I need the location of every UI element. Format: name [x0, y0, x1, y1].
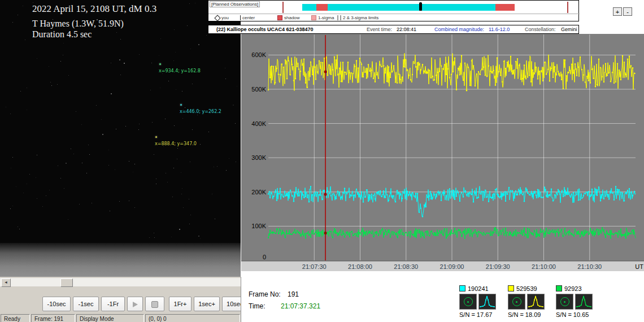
background-star: [134, 164, 135, 164]
transport-play-button[interactable]: [127, 297, 143, 311]
background-star: [185, 107, 185, 108]
background-star: [60, 61, 61, 62]
background-star: [151, 63, 152, 63]
transport-fwd-1sec-button[interactable]: 1sec+: [194, 297, 220, 311]
background-star: [66, 163, 67, 164]
background-star: [81, 124, 82, 125]
background-star: [173, 60, 174, 61]
transport-fwd-10sec-button[interactable]: 10sec+: [222, 297, 241, 311]
scrollbar-thumb[interactable]: [60, 279, 73, 287]
background-star: [200, 144, 201, 145]
background-star: [182, 91, 182, 92]
event-time-value: 22:08:41: [397, 27, 416, 32]
status-bar: ReadyFrame: 191Display Mode(0, 0) 0: [0, 314, 241, 322]
background-star: [179, 229, 180, 230]
status-cell: Ready: [1, 314, 30, 322]
video-scrollbar[interactable]: ◄: [0, 278, 241, 286]
background-star: [171, 237, 172, 237]
background-star: [160, 88, 160, 88]
transport-back-1frame-button[interactable]: -1Fr: [101, 297, 125, 311]
legend-label: shadow: [284, 15, 300, 20]
background-star: [154, 237, 155, 238]
background-star: [177, 159, 177, 159]
background-star: [154, 233, 154, 233]
event-info-bar: (22) Kalliope occults UCAC4 621-038470 E…: [208, 25, 579, 34]
tracked-star[interactable]: [159, 63, 161, 65]
background-star: [206, 35, 207, 36]
background-star: [236, 162, 236, 162]
background-star: [51, 85, 52, 86]
psf-profile-icon: [576, 294, 592, 309]
zoom-out-button[interactable]: -: [623, 7, 632, 16]
svg-text:21:10:30: 21:10:30: [577, 263, 602, 270]
background-star: [198, 236, 199, 237]
tracked-star[interactable]: [155, 136, 157, 138]
snr-value: S/N = 18.09: [508, 311, 555, 318]
zoom-in-button[interactable]: +: [613, 7, 622, 16]
svg-text:200K: 200K: [251, 189, 266, 195]
light-curve-chart[interactable]: 600K500K400K300K200K100K021:07:3021:08:0…: [241, 34, 644, 271]
channel-color-swatch: [459, 285, 465, 291]
legend-label: 1-sigma: [318, 15, 334, 20]
intensity-value: 92923: [564, 285, 582, 292]
prediction-strip-segment: [302, 4, 316, 11]
magnitude-label: Combined magnitude:: [434, 27, 484, 32]
background-star: [119, 201, 120, 202]
prediction-strip-segment: [328, 4, 495, 11]
background-star: [73, 154, 74, 154]
channel-legend: 92923: [556, 285, 603, 292]
background-star: [217, 166, 217, 167]
transport-back-1sec-button[interactable]: -1sec: [73, 297, 99, 311]
background-star: [92, 203, 92, 203]
scroll-left-arrow-icon[interactable]: ◄: [1, 279, 11, 287]
background-star: [154, 154, 154, 155]
background-star: [215, 219, 215, 219]
background-star: [27, 110, 27, 110]
background-star: [120, 75, 121, 75]
background-star: [76, 111, 76, 112]
transport-stop-button[interactable]: [145, 297, 164, 311]
background-star: [214, 167, 214, 167]
prediction-strip-line: [567, 2, 568, 13]
background-star: [64, 188, 64, 189]
channel-legend: 190241: [459, 285, 507, 292]
background-star: [89, 154, 90, 155]
background-star: [58, 166, 58, 166]
background-star: [36, 177, 36, 178]
event-time-label: Event time:: [367, 27, 392, 32]
channel-block: 529539S/N = 18.09: [508, 285, 555, 322]
background-star: [20, 91, 21, 92]
prediction-legend: youcentershadow1-sigma2 & 3-sigma limits: [208, 14, 580, 22]
status-cell: Frame: 191: [31, 314, 75, 322]
snr-value: S/N = 17.67: [459, 311, 507, 318]
svg-text:300K: 300K: [251, 154, 266, 161]
background-star: [192, 84, 193, 84]
background-star: [10, 114, 11, 114]
background-star: [229, 158, 229, 159]
frame-no-label: Frame No:: [249, 290, 281, 298]
video-frame-panel[interactable]: x=934.4; y=162.8x=446.0; y=262.2x=888.4;…: [0, 0, 241, 277]
background-star: [12, 22, 13, 23]
background-star: [37, 198, 37, 199]
channel-legend: 529539: [508, 285, 555, 292]
background-star: [124, 63, 125, 64]
background-star: [160, 38, 161, 39]
background-star: [96, 105, 97, 106]
legend-label: 2 & 3-sigma limits: [343, 15, 378, 20]
light-curve-svg[interactable]: 600K500K400K300K200K100K021:07:3021:08:0…: [241, 34, 644, 271]
legend-item: 1-sigma: [311, 15, 334, 20]
prediction-strip-segment: [495, 4, 515, 11]
background-star: [198, 44, 199, 45]
background-star: [156, 179, 156, 179]
aperture-center-dot: [564, 301, 565, 303]
transport-fwd-1frame-button[interactable]: 1Fr+: [169, 297, 192, 311]
legend-item: shadow: [277, 15, 300, 20]
tracked-star[interactable]: [180, 104, 182, 106]
observation-overlay: 2022 April 15, 2108 UT, dM 0.3 T Haymes …: [32, 3, 156, 40]
background-star: [190, 215, 191, 215]
transport-back-10sec-button[interactable]: -10sec: [42, 297, 71, 311]
intensity-value: 190241: [468, 285, 489, 292]
background-star: [163, 146, 164, 147]
background-star: [172, 197, 173, 197]
background-star: [16, 186, 16, 187]
